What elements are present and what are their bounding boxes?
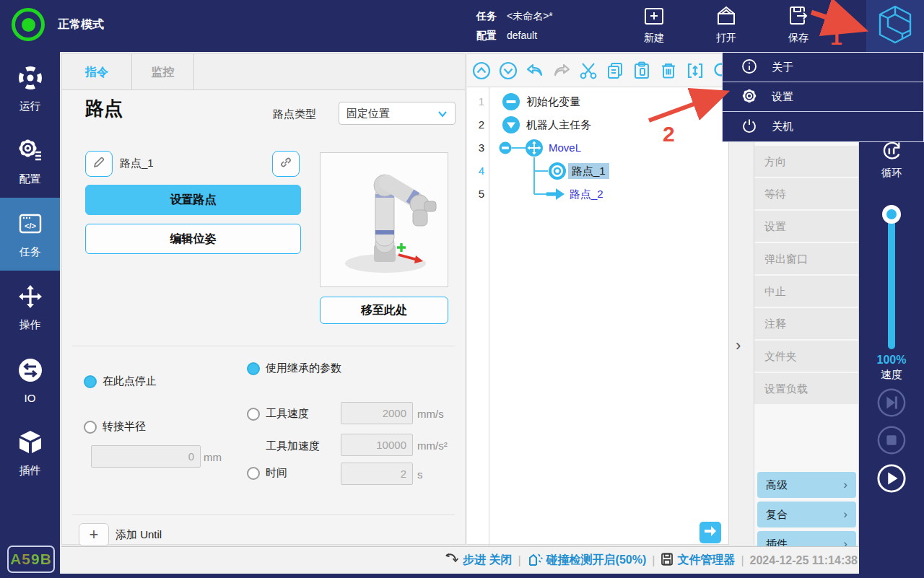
link-waypoint-button[interactable] xyxy=(272,151,300,177)
tree-row-main-task[interactable]: 机器人主任务 xyxy=(526,117,591,133)
divider xyxy=(72,514,455,515)
command-item-set[interactable]: 设置 xyxy=(754,211,858,242)
separator: | xyxy=(518,554,520,567)
task-label: 任务 xyxy=(476,6,497,26)
stop-here-option[interactable]: 在此点停止 xyxy=(84,375,157,388)
tool-speed-option[interactable]: 工具速度 xyxy=(247,407,309,421)
command-item-comment[interactable]: 注释 xyxy=(754,308,858,339)
loop-mode-control[interactable]: 循环 xyxy=(859,139,924,180)
waypoint-target-icon[interactable] xyxy=(550,164,565,178)
line-number: 3 xyxy=(467,141,484,155)
add-until-label: 添加 Until xyxy=(116,528,162,542)
command-item-direction[interactable]: 方向 xyxy=(754,146,858,177)
config-value: default xyxy=(507,26,537,45)
expand-circle-icon[interactable] xyxy=(502,116,520,133)
topbar: 正常模式 任务<未命名>* 配置default 新建 打开 xyxy=(0,0,924,52)
command-item-folder[interactable]: 文件夹 xyxy=(754,341,858,372)
tool-accel-input[interactable] xyxy=(341,434,413,456)
app-menu-button[interactable] xyxy=(866,0,924,52)
minus-circle-icon[interactable] xyxy=(502,93,520,110)
save-button[interactable]: 保存 xyxy=(778,4,819,45)
command-item-popup[interactable]: 弹出窗口 xyxy=(754,243,858,274)
separator: | xyxy=(741,554,744,567)
menu-item-about[interactable]: 关于 xyxy=(723,53,923,82)
play-button[interactable] xyxy=(876,463,907,494)
move-circle-icon[interactable] xyxy=(526,139,543,157)
tree-row-waypoint1[interactable]: 路点_1 xyxy=(568,163,609,179)
time-option[interactable]: 时间 xyxy=(247,466,287,480)
sidebar-item-config[interactable]: 配置 xyxy=(0,125,60,198)
sidebar-item-plugin[interactable]: 插件 xyxy=(0,416,60,489)
device-code-badge[interactable]: A59B xyxy=(7,546,55,573)
sidebar-item-io[interactable]: IO xyxy=(0,343,60,416)
insert-icon[interactable] xyxy=(685,61,705,81)
svg-text:</>: </> xyxy=(25,222,36,230)
file-manager-status[interactable]: 文件管理器 xyxy=(661,553,735,569)
waypoint-type-select[interactable]: 固定位置 xyxy=(339,102,456,125)
move-up-icon[interactable] xyxy=(471,61,492,81)
tree-row-waypoint2[interactable]: 路点_2 xyxy=(570,186,603,202)
menu-item-shutdown[interactable]: 关机 xyxy=(723,112,923,141)
collapse-small-icon[interactable] xyxy=(500,142,512,154)
speed-slider-track[interactable] xyxy=(888,208,895,349)
group-composite[interactable]: 复合› xyxy=(757,502,856,527)
blend-radius-option[interactable]: 转接半径 xyxy=(84,420,146,434)
command-item-set-payload[interactable]: 设置负载 xyxy=(754,373,858,404)
command-list: 方向 等待 设置 弹出窗口 中止 注释 文件夹 设置负载 xyxy=(754,146,858,406)
tree-row-init-vars[interactable]: 初始化变量 xyxy=(526,94,580,110)
tab-monitor[interactable]: 监控 xyxy=(132,54,194,90)
step-next-button[interactable] xyxy=(876,387,907,418)
move-here-button[interactable]: 移至此处 xyxy=(320,297,448,324)
divider xyxy=(72,346,455,346)
cut-icon[interactable] xyxy=(578,61,598,81)
sidebar-item-task[interactable]: </> 任务 xyxy=(0,198,60,271)
redo-icon[interactable] xyxy=(552,61,572,81)
task-value: <未命名>* xyxy=(507,6,553,26)
program-tree-panel: 1 2 3 4 5 初始化变量 机器人主任务 MoveL 路点_1 路点_2 xyxy=(467,53,729,545)
inherit-params-label: 使用继承的参数 xyxy=(266,362,341,375)
menu-item-settings[interactable]: 设置 xyxy=(723,82,923,112)
inherit-params-option[interactable]: 使用继承的参数 xyxy=(247,362,341,375)
waypoint-arrow-icon[interactable] xyxy=(546,188,565,200)
move-down-icon[interactable] xyxy=(498,61,518,81)
radio-unselected-icon xyxy=(247,408,260,421)
undo-icon[interactable] xyxy=(525,61,545,81)
jump-to-selection-button[interactable] xyxy=(699,522,721,543)
line-number: 2 xyxy=(467,118,484,132)
group-advanced[interactable]: 高级› xyxy=(757,472,856,498)
mode-indicator: 正常模式 xyxy=(12,8,104,41)
command-item-abort[interactable]: 中止 xyxy=(754,276,858,307)
sidebar-item-run[interactable]: 运行 xyxy=(0,52,60,125)
blend-radius-input[interactable] xyxy=(91,445,201,468)
open-button[interactable]: 打开 xyxy=(706,4,746,45)
rename-waypoint-button[interactable] xyxy=(85,151,113,177)
tool-speed-input[interactable] xyxy=(341,402,413,424)
program-tree: 1 2 3 4 5 初始化变量 机器人主任务 MoveL 路点_1 路点_2 xyxy=(467,87,728,304)
tree-row-movel[interactable]: MoveL xyxy=(549,140,581,156)
command-item-wait[interactable]: 等待 xyxy=(754,178,858,209)
edit-pose-button[interactable]: 编辑位姿 xyxy=(85,224,301,254)
step-mode-status[interactable]: 步进 关闭 xyxy=(445,553,512,569)
paste-icon[interactable] xyxy=(632,61,652,81)
sidebar-item-operate[interactable]: 操作 xyxy=(0,271,60,343)
tab-command[interactable]: 指令 xyxy=(62,54,132,90)
line-number: 1 xyxy=(467,95,484,109)
new-task-button[interactable]: 新建 xyxy=(634,4,674,45)
copy-icon[interactable] xyxy=(605,61,625,81)
add-until-button[interactable]: + xyxy=(79,523,109,546)
task-icon: </> xyxy=(16,209,45,240)
line-number: 4 xyxy=(467,164,484,178)
collision-status[interactable]: 碰撞检测开启(50%) xyxy=(527,552,647,569)
save-label: 保存 xyxy=(788,32,808,45)
pencil-icon xyxy=(92,156,105,172)
file-manager-label: 文件管理器 xyxy=(677,553,735,568)
delete-icon[interactable] xyxy=(658,61,679,81)
stop-button[interactable] xyxy=(876,425,907,455)
chevron-right-icon[interactable]: › xyxy=(736,336,741,355)
sidebar-item-label: IO xyxy=(25,392,36,404)
plus-icon: + xyxy=(90,525,99,544)
set-waypoint-button[interactable]: 设置路点 xyxy=(85,185,301,215)
speed-slider-thumb[interactable] xyxy=(882,205,901,224)
time-input[interactable] xyxy=(341,463,413,485)
blend-radius-label: 转接半径 xyxy=(103,420,146,434)
